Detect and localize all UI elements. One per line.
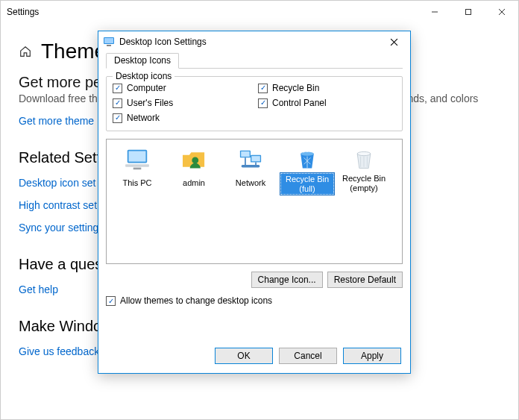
svg-rect-11 [125, 164, 149, 167]
checkbox-users-files[interactable]: ✓ User's Files [113, 98, 251, 108]
check-icon: ✓ [113, 84, 122, 93]
svg-rect-10 [129, 151, 146, 162]
checkbox-network[interactable]: ✓ Network [113, 113, 251, 123]
desktop-icons-group: Desktop icons ✓ Computer ✓ Recycle Bin ✓… [106, 76, 403, 131]
dialog-close-button[interactable] [379, 33, 409, 51]
check-icon: ✓ [106, 296, 116, 306]
svg-rect-18 [242, 165, 260, 168]
icon-preview-grid: This PC admin [110, 144, 399, 198]
icon-item-network[interactable]: Network [223, 144, 278, 198]
svg-rect-12 [133, 168, 142, 170]
svg-rect-15 [241, 151, 249, 157]
icon-item-recycle-bin-full[interactable]: Recycle Bin (full) [280, 144, 335, 198]
dialog-titlebar: Desktop Icon Settings [98, 31, 410, 52]
icon-item-label: Network [233, 173, 268, 192]
checkbox-label: Network [127, 113, 160, 123]
desktop-icon-settings-dialog: Desktop Icon Settings Desktop Icons Desk… [98, 31, 411, 374]
svg-rect-17 [251, 156, 260, 161]
desktop-icons-check-grid: ✓ Computer ✓ Recycle Bin ✓ User's Files … [113, 83, 396, 123]
icon-item-this-pc[interactable]: This PC [110, 144, 165, 198]
svg-rect-5 [104, 38, 113, 43]
dialog-footer: OK Cancel Apply [98, 340, 410, 373]
checkbox-label: User's Files [127, 98, 173, 108]
svg-point-13 [192, 157, 198, 163]
desktop-icons-group-legend: Desktop icons [113, 71, 174, 81]
user-folder-icon [180, 148, 207, 172]
icon-item-label: Recycle Bin (full) [280, 173, 334, 195]
allow-themes-label: Allow themes to change desktop icons [120, 295, 272, 306]
icon-item-label: admin [180, 173, 207, 192]
check-icon: ✓ [258, 98, 268, 108]
check-icon: ✓ [113, 98, 122, 108]
home-icon[interactable] [19, 45, 32, 58]
allow-themes-checkbox[interactable]: ✓ Allow themes to change desktop icons [106, 295, 403, 306]
close-button[interactable] [485, 1, 518, 23]
maximize-button[interactable] [451, 1, 485, 23]
svg-point-21 [301, 151, 314, 155]
svg-rect-1 [465, 10, 471, 15]
checkbox-recycle-bin[interactable]: ✓ Recycle Bin [258, 83, 396, 93]
checkbox-label: Computer [127, 83, 166, 93]
tab-desktop-icons[interactable]: Desktop Icons [106, 53, 179, 69]
settings-titlebar: Settings [1, 1, 518, 23]
check-icon: ✓ [258, 84, 268, 93]
dialog-tabstrip: Desktop Icons [106, 52, 403, 69]
check-icon: ✓ [113, 113, 122, 123]
apply-button[interactable]: Apply [343, 348, 401, 364]
recycle-bin-empty-icon [350, 148, 377, 172]
checkbox-label: Recycle Bin [272, 83, 319, 93]
change-icon-button[interactable]: Change Icon... [251, 272, 323, 288]
restore-default-button[interactable]: Restore Default [327, 272, 403, 288]
svg-point-22 [357, 151, 371, 155]
checkbox-control-panel[interactable]: ✓ Control Panel [258, 98, 396, 108]
minimize-button[interactable] [418, 1, 451, 23]
network-icon [237, 148, 264, 172]
computer-icon [124, 148, 151, 172]
svg-rect-6 [107, 45, 111, 46]
icon-preview-pane: This PC admin [106, 139, 403, 264]
checkbox-label: Control Panel [272, 98, 327, 108]
recycle-bin-full-icon [294, 148, 321, 172]
icon-action-row: Change Icon... Restore Default [106, 272, 403, 288]
dialog-body: Desktop Icons Desktop icons ✓ Computer ✓… [98, 52, 410, 340]
icon-item-label: Recycle Bin (empty) [337, 173, 391, 193]
settings-title: Settings [7, 7, 418, 17]
desktop-icon-settings-icon [103, 36, 115, 48]
icon-item-admin[interactable]: admin [166, 144, 221, 198]
checkbox-computer[interactable]: ✓ Computer [113, 83, 251, 93]
icon-item-label: This PC [120, 173, 154, 192]
ok-button[interactable]: OK [215, 348, 273, 364]
cancel-button[interactable]: Cancel [279, 348, 337, 364]
dialog-title: Desktop Icon Settings [119, 37, 379, 47]
icon-item-recycle-bin-empty[interactable]: Recycle Bin (empty) [336, 144, 391, 198]
